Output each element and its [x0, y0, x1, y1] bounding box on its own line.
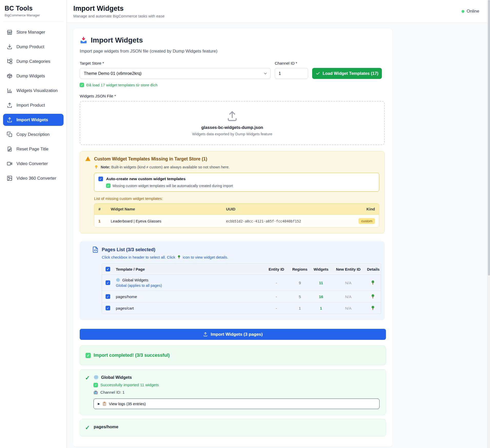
sidebar-item-label: Video 360 Converter — [16, 176, 56, 181]
col-widget-name: Widget Name — [111, 207, 226, 211]
sidebar-item-import-product[interactable]: Import Product — [3, 99, 64, 111]
tree-details-button[interactable] — [370, 294, 375, 299]
tree-details-button[interactable] — [370, 280, 375, 285]
card-title: Import Widgets — [91, 36, 143, 44]
missing-table-header: # Widget Name UUID Kind — [94, 203, 379, 215]
copy-icon — [7, 131, 13, 137]
sidebar-item-copy-description[interactable]: Copy Description — [3, 128, 64, 140]
sidebar-item-label: Import Product — [16, 103, 45, 108]
sidebar-item-dump-product[interactable]: Dump Product — [3, 41, 64, 53]
sidebar-item-reset-page-title[interactable]: Reset Page Title — [3, 143, 64, 155]
card-title-row: Import Widgets — [80, 36, 385, 44]
dropzone-hint: Widgets data exported by Dump Widgets fe… — [192, 132, 272, 136]
view-logs-label: View logs (35 entries) — [109, 402, 146, 406]
auto-create-checkbox[interactable]: ✓ — [98, 177, 103, 181]
chevron-down-icon — [263, 72, 267, 75]
row-new-entity-id: N/A — [332, 278, 365, 288]
online-dot-icon — [462, 10, 464, 13]
import-widgets-button[interactable]: Import Widgets (3 pages) — [80, 329, 386, 340]
lightbulb-icon — [94, 165, 98, 169]
sidebar-item-store-manager[interactable]: Store Manager — [3, 26, 64, 38]
table-row-pages-home: ✓ pages/home - 5 16 N/A — [102, 291, 381, 302]
col-regions: Regions — [289, 264, 310, 274]
sidebar-item-video-converter[interactable]: Video Converter — [3, 158, 64, 170]
app-subtitle: BigCommerce Manager — [5, 13, 62, 17]
row-widgets: 11 — [310, 278, 332, 288]
col-num: # — [98, 207, 111, 211]
tv-icon — [94, 390, 98, 395]
row-widget-name: Leaderboard | Eyeva Glasses — [111, 219, 226, 223]
kind-badge: custom — [359, 218, 375, 224]
col-uuid: UUID — [226, 207, 352, 211]
row-checkbox[interactable]: ✓ — [106, 280, 110, 285]
sidebar-item-widgets-visualization[interactable]: Widgets Visualization — [3, 85, 64, 97]
uploaded-file-name: glasses-bc-widgets-dump.json — [201, 125, 263, 130]
row-regions: 5 — [289, 291, 310, 302]
view-logs-toggle[interactable]: ▶ View logs (35 entries) — [94, 399, 380, 409]
tree-icon — [177, 255, 181, 259]
channel-id-input[interactable] — [275, 68, 308, 79]
result-title: Global Widgets — [101, 375, 132, 380]
table-row-global-widgets: ✓ Global Widgets Global (applies to all … — [102, 274, 381, 291]
result-global-widgets: ✓ Global Widgets ✓ Successfully imported… — [80, 369, 386, 415]
target-store-select[interactable]: Theme Demo 01 (x6mroe2krq) — [80, 68, 271, 79]
sidebar-item-video-360-converter[interactable]: Video 360 Converter — [3, 172, 64, 184]
green-check-icon: ✓ — [86, 353, 91, 358]
sidebar-item-label: Store Manager — [16, 30, 45, 35]
green-check-icon: ✓ — [106, 184, 110, 188]
col-details: Details — [365, 264, 381, 274]
download-icon — [7, 44, 13, 50]
package-icon — [7, 73, 13, 79]
file-dropzone[interactable]: glasses-bc-widgets-dump.json Widgets dat… — [80, 101, 385, 145]
warning-triangle-icon — [85, 156, 91, 162]
load-success-message: ✓ Đã load 17 widget templates từ store đ… — [80, 83, 385, 87]
col-new-entity-id: New Entity ID — [332, 264, 365, 274]
channel-id-field: Channel ID * — [275, 61, 308, 79]
sidebar: BC Tools BigCommerce Manager Store Manag… — [0, 0, 67, 448]
note-text: Built-in widgets (kind ≠ custom) are alw… — [111, 165, 230, 169]
check-icon: ✓ — [85, 425, 90, 431]
sidebar-item-label: Import Widgets — [16, 117, 48, 123]
row-entity-id: - — [263, 303, 289, 313]
store-form-row: Target Store * Theme Demo 01 (x6mroe2krq… — [80, 61, 385, 79]
sidebar-nav: Store Manager Dump Product Dump Categori… — [3, 26, 64, 184]
table-row: 1 Leaderboard | Eyeva Glasses ecbb51d2-a… — [94, 215, 379, 227]
row-regions: 9 — [289, 278, 310, 288]
bar-chart-icon — [7, 88, 13, 94]
upload-icon — [226, 110, 238, 122]
load-widget-templates-button[interactable]: Load Widget Templates (17) — [312, 68, 382, 79]
col-widgets: Widgets — [310, 264, 332, 274]
channel-id-label: Channel ID * — [275, 61, 308, 66]
select-all-checkbox[interactable]: ✓ — [106, 267, 110, 271]
row-regions: 1 — [289, 303, 310, 313]
sidebar-item-label: Copy Description — [16, 132, 49, 137]
pages-list-header: Pages List (3/3 selected) — [92, 246, 380, 253]
row-page-name: pages/home — [114, 291, 263, 302]
sidebar-item-label: Reset Page Title — [16, 147, 48, 152]
auto-create-label: Auto-create new custom widget templates — [106, 177, 186, 181]
result-title: pages/home — [94, 424, 118, 429]
note-label: Note: — [101, 165, 110, 169]
row-entity-id: - — [263, 278, 289, 288]
row-checkbox[interactable]: ✓ — [106, 306, 110, 310]
sidebar-item-dump-widgets[interactable]: Dump Widgets — [3, 70, 64, 82]
row-new-entity-id: N/A — [332, 291, 365, 302]
row-checkbox[interactable]: ✓ — [106, 294, 110, 299]
pages-list-panel: Pages List (3/3 selected) Click checkbox… — [80, 241, 385, 320]
row-widgets: 16 — [310, 291, 332, 302]
status-indicator: Online — [462, 9, 479, 14]
image-icon — [7, 175, 13, 181]
app-logo: BC Tools BigCommerce Manager — [3, 5, 64, 22]
sidebar-item-import-widgets[interactable]: Import Widgets — [3, 114, 64, 126]
content-area: Import Widgets Import page widgets from … — [67, 23, 490, 447]
missing-list-label: List of missing custom widget templates: — [94, 196, 379, 201]
sidebar-item-label: Widgets Visualization — [16, 88, 58, 93]
scrollbar-thumb[interactable] — [488, 0, 490, 276]
sidebar-item-label: Dump Product — [16, 44, 44, 49]
sidebar-item-dump-categories[interactable]: Dump Categories — [3, 55, 64, 67]
scrollbar[interactable] — [487, 0, 490, 448]
hierarchy-icon — [7, 58, 13, 64]
check-icon — [316, 71, 320, 76]
sidebar-item-label: Video Converter — [16, 161, 48, 166]
tree-details-button[interactable] — [370, 306, 375, 311]
